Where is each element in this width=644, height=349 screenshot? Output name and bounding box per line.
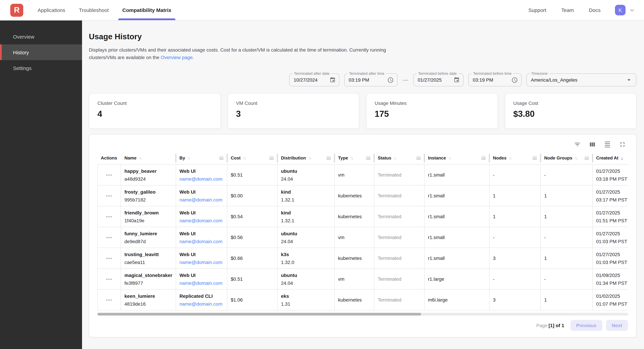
column-resize-icon[interactable] xyxy=(532,157,537,159)
cell-created_at: 01/09/202501:34 PM PST xyxy=(593,269,628,289)
calendar-icon[interactable] xyxy=(330,77,336,83)
columns-button[interactable] xyxy=(588,141,596,149)
creator-email-link[interactable]: name@domain.com xyxy=(180,259,224,265)
sidebar-item-overview[interactable]: Overview xyxy=(0,29,82,44)
column-header-by[interactable]: By↑↓ xyxy=(176,152,227,164)
created-date: 01/09/2025 xyxy=(596,272,628,278)
horizontal-scrollbar[interactable] xyxy=(98,313,628,316)
data-grid-viewport: ActionsName↑↓By↑↓Cost↑↓Distribution↑↓Typ… xyxy=(98,152,628,311)
app-window: R ApplicationsTroubleshootCompatibility … xyxy=(0,0,644,349)
density-button[interactable] xyxy=(603,141,612,149)
distribution-name: kind xyxy=(281,210,331,215)
cell-cost: $1.06 xyxy=(227,290,278,310)
sidebar-item-settings[interactable]: Settings xyxy=(0,60,82,76)
row-menu-button[interactable]: ••• xyxy=(106,214,112,219)
sidebar: OverviewHistorySettings xyxy=(0,20,82,349)
topbar-right: SupportTeamDocs K xyxy=(528,5,636,15)
cell-name: keen_lumiere4819de16 xyxy=(121,290,176,310)
column-header-created-at[interactable]: Created At↓ xyxy=(593,152,628,164)
column-header-status[interactable]: Status↑↓ xyxy=(374,152,424,164)
topbar-link-docs[interactable]: Docs xyxy=(589,7,600,13)
cell-node_groups: 1 xyxy=(541,206,593,227)
cell-distribution: ubuntu24.04 xyxy=(278,165,335,185)
created-time: 03:17 PM PST xyxy=(596,197,628,202)
type-value: vm xyxy=(338,235,370,240)
created-time: 01:03 PM PST xyxy=(596,259,628,265)
row-menu-button[interactable]: ••• xyxy=(106,172,112,177)
filter-button[interactable] xyxy=(573,141,582,149)
data-grid: ActionsName↑↓By↑↓Cost↑↓Distribution↑↓Typ… xyxy=(98,152,628,311)
next-button[interactable]: Next xyxy=(606,320,628,331)
filter-terminated-before-date[interactable]: Terminated before date01/27/2025 xyxy=(413,73,464,86)
column-resize-icon[interactable] xyxy=(326,157,331,159)
cell-name: friendly_brown1f40a19e xyxy=(121,206,176,227)
cell-node_groups: 1 xyxy=(541,248,593,268)
horizontal-scrollbar-thumb[interactable] xyxy=(98,313,421,316)
created-date: 01/27/2025 xyxy=(596,168,628,174)
column-header-nodes[interactable]: Nodes↑↓ xyxy=(490,152,541,164)
cluster-name: friendly_brown xyxy=(124,210,172,215)
filter-terminated-after-date[interactable]: Terminated after date10/27/2024 xyxy=(289,73,340,86)
column-header-cost[interactable]: Cost↑↓ xyxy=(227,152,278,164)
calendar-icon[interactable] xyxy=(454,77,460,83)
caret-icon[interactable] xyxy=(625,76,633,84)
filter-terminated-after-time[interactable]: Terminated after time03:19 PM xyxy=(344,73,398,86)
avatar[interactable]: K xyxy=(615,5,626,15)
column-resize-icon[interactable] xyxy=(366,157,370,159)
created-by: Web UI xyxy=(180,272,224,278)
chevron-down-icon[interactable] xyxy=(628,6,636,14)
creator-email-link[interactable]: name@domain.com xyxy=(180,301,224,307)
row-menu-button[interactable]: ••• xyxy=(106,235,112,240)
fullscreen-button[interactable] xyxy=(618,141,626,149)
description-suffix: . xyxy=(192,55,194,60)
creator-email-link[interactable]: name@domain.com xyxy=(180,197,224,202)
sidebar-item-history[interactable]: History xyxy=(0,44,82,60)
column-header-name[interactable]: Name↑↓ xyxy=(121,152,176,164)
creator-email-link[interactable]: name@domain.com xyxy=(180,176,224,182)
column-resize-icon[interactable] xyxy=(219,157,224,159)
stat-card-usage-cost: Usage Cost$3.80 xyxy=(505,93,636,129)
cell-nodes: - xyxy=(490,269,541,289)
cell-nodes: - xyxy=(490,227,541,248)
topbar-link-team[interactable]: Team xyxy=(561,7,574,13)
creator-email-link[interactable]: name@domain.com xyxy=(180,218,224,223)
distribution-name: ubuntu xyxy=(281,272,331,278)
column-header-type[interactable]: Type↑↓ xyxy=(335,152,374,164)
tab-troubleshoot[interactable]: Troubleshoot xyxy=(75,0,113,20)
page-indicator: Page[1] of 1 xyxy=(536,323,564,328)
creator-email-link[interactable]: name@domain.com xyxy=(180,280,224,286)
tab-applications[interactable]: Applications xyxy=(34,0,70,20)
filter-terminated-before-time[interactable]: Terminated before time03:19 PM xyxy=(468,73,522,86)
row-menu-button[interactable]: ••• xyxy=(106,297,112,302)
row-menu-button[interactable]: ••• xyxy=(106,256,112,261)
column-header-instance[interactable]: Instance↑↓ xyxy=(424,152,490,164)
topbar-link-support[interactable]: Support xyxy=(528,7,546,13)
row-menu-button[interactable]: ••• xyxy=(106,193,112,198)
clock-icon[interactable] xyxy=(387,77,394,83)
row-menu-button[interactable]: ••• xyxy=(106,277,112,282)
account-menu[interactable]: K xyxy=(615,5,636,15)
sort-icon: ↑↓ xyxy=(139,156,142,160)
clock-icon[interactable] xyxy=(511,77,518,83)
filter-timezone[interactable]: TimezoneAmerica/Los_Angeles xyxy=(526,73,636,86)
cell-created_at: 01/27/202503:17 PM PST xyxy=(593,185,628,206)
tab-compatibility-matrix[interactable]: Compatibility Matrix xyxy=(118,0,176,20)
column-header-label: Instance xyxy=(428,155,446,160)
table-row: •••funny_lumierede9ed87dWeb UIname@domai… xyxy=(98,227,628,248)
nodes-value: 1 xyxy=(493,193,537,198)
previous-button[interactable]: Previous xyxy=(570,320,602,331)
creator-email-link[interactable]: name@domain.com xyxy=(180,239,224,244)
column-resize-icon[interactable] xyxy=(584,157,589,159)
created-time: 03:18 PM PST xyxy=(596,176,628,182)
filter-label: Terminated after date xyxy=(292,71,331,75)
column-header-actions: Actions xyxy=(98,152,121,164)
table-toolbar xyxy=(98,141,628,149)
column-resize-icon[interactable] xyxy=(416,157,421,159)
column-header-node-groups[interactable]: Node Groups↑↓ xyxy=(541,152,593,164)
cluster-name: trusting_leavitt xyxy=(124,252,172,257)
column-header-distribution[interactable]: Distribution↑↓ xyxy=(278,152,335,164)
overview-page-link[interactable]: Overview page xyxy=(161,55,192,60)
column-resize-icon[interactable] xyxy=(481,157,486,159)
cell-name: magical_stonebrakerfe3f8977 xyxy=(121,269,176,289)
column-resize-icon[interactable] xyxy=(269,157,274,159)
